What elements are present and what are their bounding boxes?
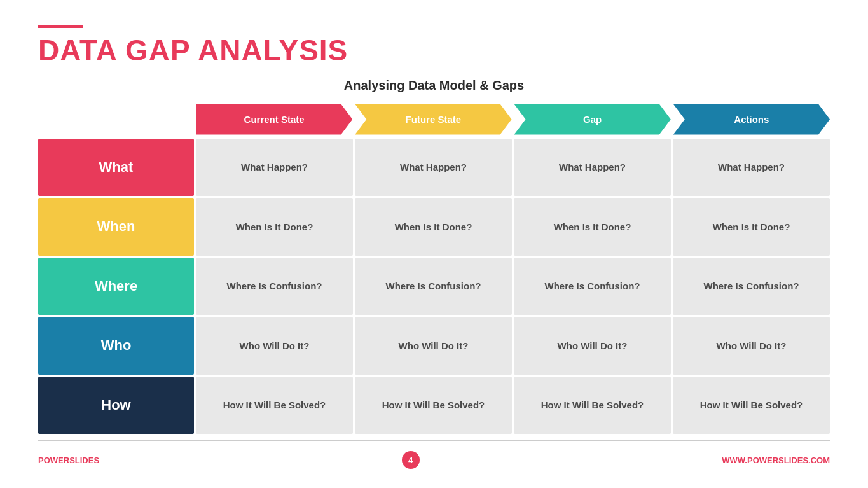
cell-when-future: When Is It Done? (355, 198, 512, 255)
cell-where-actions: Where Is Confusion? (673, 258, 830, 315)
website-link: WWW.POWERSLIDES.COM (722, 456, 830, 465)
cell-who-future: Who Will Do It? (355, 317, 512, 374)
title-pink: ANALYSIS (198, 34, 348, 67)
data-rows: What What Happen? What Happen? What Happ… (38, 139, 830, 434)
cell-how-current: How It Will Be Solved? (196, 377, 353, 434)
cell-when-gap: When Is It Done? (514, 198, 671, 255)
table-row: When When Is It Done? When Is It Done? W… (38, 198, 830, 255)
row-header-how: How (38, 377, 194, 434)
arrow-headers-row: Current State Future State Gap Actions (196, 104, 830, 135)
table-row: How How It Will Be Solved? How It Will B… (38, 377, 830, 434)
cell-where-current: Where Is Confusion? (196, 258, 353, 315)
footer: POWERSLIDES 4 WWW.POWERSLIDES.COM (38, 440, 830, 469)
arrow-future-state: Future State (355, 104, 511, 135)
cell-how-future: How It Will Be Solved? (355, 377, 512, 434)
cell-where-future: Where Is Confusion? (355, 258, 512, 315)
cell-what-gap: What Happen? (514, 139, 671, 196)
cell-who-gap: Who Will Do It? (514, 317, 671, 374)
cell-who-actions: Who Will Do It? (673, 317, 830, 374)
table-row: Who Who Will Do It? Who Will Do It? Who … (38, 317, 830, 374)
row-header-what: What (38, 139, 194, 196)
brand-black: POWER (38, 456, 69, 465)
brand-pink: SLIDES (69, 456, 99, 465)
arrow-actions: Actions (673, 104, 830, 135)
table-row: What What Happen? What Happen? What Happ… (38, 139, 830, 196)
cell-how-actions: How It Will Be Solved? (673, 377, 830, 434)
arrow-current-state: Current State (196, 104, 352, 135)
cell-what-current: What Happen? (196, 139, 353, 196)
table-row: Where Where Is Confusion? Where Is Confu… (38, 258, 830, 315)
table-container: Current State Future State Gap Actions W… (38, 104, 830, 434)
page-title: DATA GAP ANALYSIS (38, 34, 830, 67)
cell-how-gap: How It Will Be Solved? (514, 377, 671, 434)
row-header-who: Who (38, 317, 194, 374)
page: DATA GAP ANALYSIS Analysing Data Model &… (0, 0, 868, 488)
cell-where-gap: Where Is Confusion? (514, 258, 671, 315)
brand-left: POWERSLIDES (38, 456, 99, 465)
header: DATA GAP ANALYSIS (38, 25, 830, 67)
title-black: DATA GAP (38, 34, 198, 67)
cell-what-actions: What Happen? (673, 139, 830, 196)
cell-when-actions: When Is It Done? (673, 198, 830, 255)
cell-what-future: What Happen? (355, 139, 512, 196)
cell-when-current: When Is It Done? (196, 198, 353, 255)
arrow-gap: Gap (514, 104, 671, 135)
subtitle: Analysing Data Model & Gaps (38, 78, 830, 93)
header-accent-line (38, 25, 83, 28)
page-number: 4 (402, 451, 420, 469)
row-header-when: When (38, 198, 194, 255)
cell-who-current: Who Will Do It? (196, 317, 353, 374)
row-header-where: Where (38, 258, 194, 315)
